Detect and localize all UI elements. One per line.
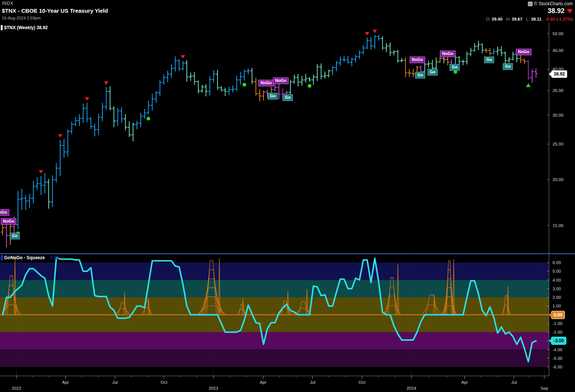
nogo-label: NoGo [258,80,274,86]
legend-chip [1,25,3,30]
svg-text:15.00: 15.00 [553,223,563,228]
timestamp: 16-Aug-2024 2:59pm [2,16,40,20]
svg-text:2023: 2023 [209,386,218,391]
legend-chip [1,255,3,260]
svg-text:-2.00: -2.00 [553,330,562,334]
go-label: Go [450,64,460,71]
svg-text:20.00: 20.00 [553,177,563,182]
copyright[interactable]: © StockCharts.com [528,1,573,6]
svg-text:-4.00: -4.00 [553,347,562,352]
svg-text:30.00: 30.00 [553,113,563,117]
svg-text:2.00: 2.00 [553,295,561,300]
svg-text:Oct: Oct [359,380,366,385]
open-value: 39.40 [492,17,502,21]
go-label: Go [10,233,20,239]
chart-window: 50.0045.0040.0035.0030.0025.0020.0015.00… [0,0,575,392]
svg-text:Jul: Jul [511,380,517,385]
chart-header: INDX $TNX - CBOE 10-Year US Treasury Yie… [0,0,575,22]
main-legend: $TNX (Weekly) 38.92 [1,25,48,30]
svg-text:35.00: 35.00 [553,88,563,93]
svg-text:Jul: Jul [310,380,316,385]
svg-text:-5.00: -5.00 [553,356,562,361]
squeeze-current-bubble: -3.00 [551,337,566,345]
nogo-label: NoGo [516,49,532,55]
svg-text:1.00: 1.00 [553,304,561,308]
nogo-label: NoGo [440,50,456,57]
go-label: Go [268,93,278,99]
svg-text:Jul: Jul [112,380,118,385]
high-value: 39.67 [512,17,523,21]
svg-text:2022: 2022 [12,386,21,391]
svg-text:50.00: 50.00 [553,31,563,36]
svg-text:-1.00: -1.00 [553,321,562,326]
svg-text:-6.00: -6.00 [553,365,562,369]
svg-text:4.00: 4.00 [553,278,561,282]
svg-text:45.00: 45.00 [553,48,563,53]
page-title: $TNX - CBOE 10-Year US Treasury Yield [2,7,108,14]
main-legend-label: $TNX (Weekly) 38.92 [4,25,48,30]
squeeze-legend-label: GoNoGo - Squeeze [4,255,45,260]
go-label: Go [503,63,513,70]
nogo-label: NoGo [0,209,9,216]
go-label: Go [415,72,425,79]
svg-text:5.00: 5.00 [553,269,561,273]
symbol-type: INDX [2,1,13,6]
ohlc-row: O: 39.40 H: 39.67 L: 38.11 -0.50 (-1.27%… [486,17,573,21]
svg-text:Apr: Apr [260,380,267,385]
go-label: Go [428,69,438,76]
down-arrow-icon [567,9,573,13]
go-label: Go [484,56,494,63]
svg-text:25.00: 25.00 [553,142,563,146]
svg-text:2024: 2024 [407,386,416,391]
price-bubble: 38.92 [551,70,568,78]
squeeze-zero-bubble: 0.00 [551,311,565,319]
svg-text:Oct: Oct [161,380,168,385]
squeeze-legend: GoNoGo - Squeeze -3.00 [1,255,59,260]
nogo-label: NoGo [273,77,289,84]
stockcharts-logo-icon [528,1,533,6]
svg-text:3.00: 3.00 [553,287,561,291]
last-price-row: 38.92 [548,7,573,15]
low-value: 38.11 [531,17,541,21]
go-label: Go [283,94,293,101]
nogo-label: NoGo [1,218,16,225]
svg-text:Apr: Apr [461,380,468,385]
svg-text:Sep: Sep [541,386,548,391]
nogo-label: NoGo [410,56,425,63]
svg-text:Apr: Apr [62,380,69,385]
change-value: -0.50 (-1.27%) [545,17,573,21]
squeeze-legend-value: -3.00 [49,255,59,260]
last-price: 38.92 [548,7,565,15]
svg-text:6.00: 6.00 [553,260,561,265]
